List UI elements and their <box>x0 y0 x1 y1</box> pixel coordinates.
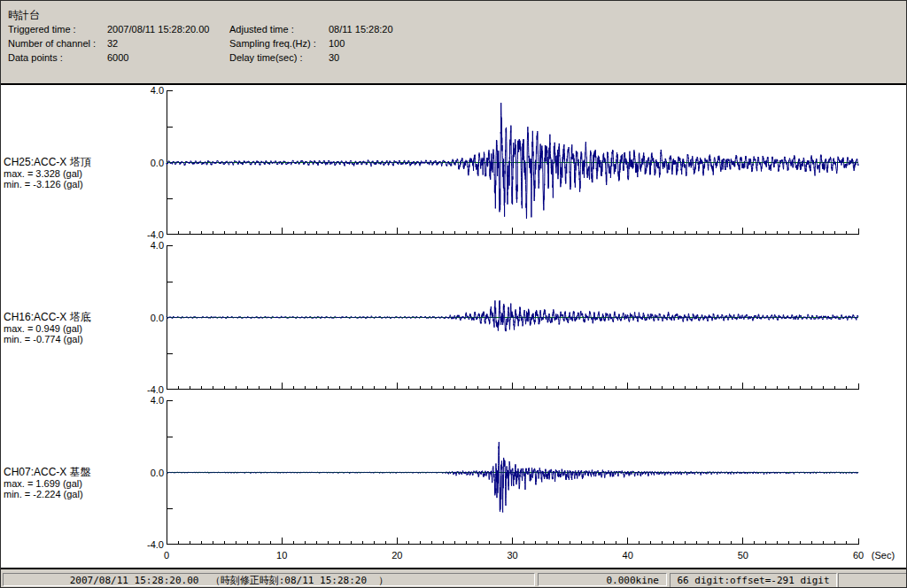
channel-name: CH25:ACC-X 塔頂 <box>4 157 91 168</box>
waveform-trace <box>167 103 858 219</box>
y-axis-label: -4.0 <box>134 230 164 240</box>
status-extra-segment <box>838 573 907 588</box>
channel-min: min. = -0.774 (gal) <box>4 334 91 345</box>
channel-name: CH16:ACC-X 塔底 <box>4 312 91 323</box>
field-label-sampling-freq: Sampling freq.(Hz) : <box>229 38 316 50</box>
field-label-delay-time: Delay time(sec) : <box>229 52 303 64</box>
y-axis-label: 0.0 <box>134 313 164 323</box>
y-axis-label: 4.0 <box>134 86 164 96</box>
field-value-delay-time: 30 <box>329 52 339 64</box>
x-axis-label: 40 <box>610 550 646 561</box>
y-axis-label: -4.0 <box>134 540 164 550</box>
x-axis-label: 20 <box>379 550 415 561</box>
field-label-adjusted-time: Adjusted time : <box>229 24 294 35</box>
channel-info-ch25: CH25:ACC-X 塔頂 max. = 3.328 (gal) min. = … <box>4 157 91 190</box>
waveform-plot-ch16 <box>166 245 859 391</box>
field-value-sampling-freq: 100 <box>329 38 345 50</box>
status-bar: 2007/08/11 15:28:20.00 （時刻修正時刻:08/11 15:… <box>1 568 907 588</box>
field-label-number-of-channel: Number of channel : <box>8 38 96 50</box>
field-label-triggered-time: Triggered time : <box>8 24 76 35</box>
waveform-trace <box>167 300 858 331</box>
window-title: 時計台 <box>8 8 40 23</box>
field-value-adjusted-time: 08/11 15:28:20 <box>329 24 393 35</box>
y-axis-label: 0.0 <box>134 468 164 478</box>
x-axis-label: 0 <box>149 550 184 561</box>
channel-max: max. = 3.328 (gal) <box>4 168 91 180</box>
channel-min: min. = -2.224 (gal) <box>4 489 91 500</box>
status-kine-segment: 0.000kine <box>538 573 667 586</box>
x-axis-label: 30 <box>495 550 531 561</box>
channel-min: min. = -3.126 (gal) <box>4 179 91 190</box>
channel-info-ch07: CH07:ACC-X 基盤 max. = 1.699 (gal) min. = … <box>4 467 91 500</box>
x-axis-label: 50 <box>725 550 761 561</box>
y-axis-label: 4.0 <box>134 396 164 406</box>
channel-max: max. = 0.949 (gal) <box>4 323 91 335</box>
y-axis-label: 4.0 <box>134 241 164 251</box>
channel-max: max. = 1.699 (gal) <box>4 478 91 490</box>
field-value-data-points: 6000 <box>107 52 128 64</box>
header-panel: 時計台 Triggered time : 2007/08/11 15:28:20… <box>1 1 907 85</box>
waveform-plot-ch07 <box>166 400 859 545</box>
waveform-viewer-window: 時計台 Triggered time : 2007/08/11 15:28:20… <box>0 0 907 588</box>
y-axis-label: -4.0 <box>134 385 164 395</box>
field-value-number-of-channel: 32 <box>107 38 118 50</box>
status-time-segment: 2007/08/11 15:28:20.00 （時刻修正時刻:08/11 15:… <box>3 573 535 586</box>
waveform-trace <box>167 442 858 512</box>
field-label-data-points: Data points : <box>8 52 63 64</box>
status-digit-segment: 66 digit:offset=-291 digit <box>670 573 837 588</box>
channel-name: CH07:ACC-X 基盤 <box>4 467 91 478</box>
x-axis-unit-label: (Sec) <box>865 550 901 561</box>
y-axis-label: 0.0 <box>134 159 164 168</box>
field-value-triggered-time: 2007/08/11 15:28:20.00 <box>107 24 209 35</box>
x-axis-label: 10 <box>264 550 299 561</box>
channel-info-ch16: CH16:ACC-X 塔底 max. = 0.949 (gal) min. = … <box>4 312 91 345</box>
waveform-plot-ch25 <box>166 90 859 236</box>
